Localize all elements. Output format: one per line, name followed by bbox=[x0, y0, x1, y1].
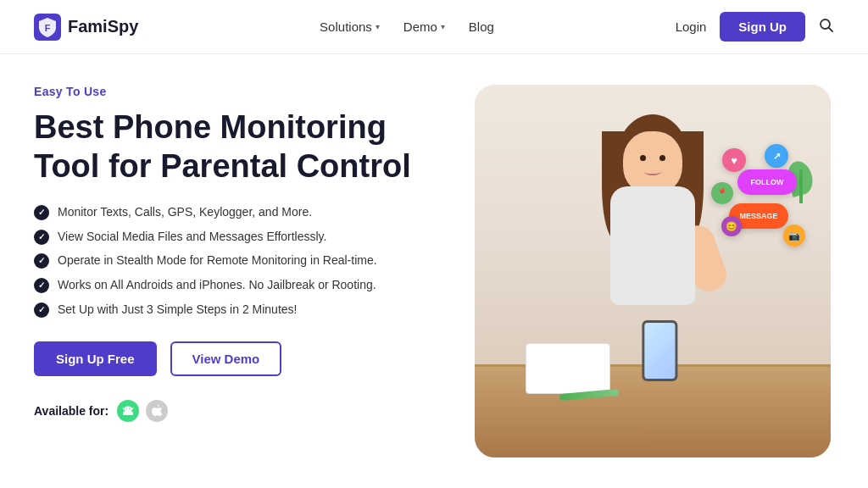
main-content: Easy To Use Best Phone Monitoring Tool f… bbox=[0, 54, 868, 474]
heart-bubble: ♥ bbox=[722, 148, 746, 172]
camera-bubble: 📷 bbox=[783, 225, 805, 247]
nav-solutions[interactable]: Solutions ▾ bbox=[320, 19, 380, 34]
hero-text: Easy To Use Best Phone Monitoring Tool f… bbox=[34, 85, 441, 422]
nav-demo[interactable]: Demo ▾ bbox=[403, 19, 445, 34]
list-item: Monitor Texts, Calls, GPS, Keylogger, an… bbox=[34, 204, 441, 221]
cta-buttons: Sign Up Free View Demo bbox=[34, 341, 441, 376]
hero-image-container: ♥ ↗ FOLLOW MESSAGE 📍 📷 😊 bbox=[475, 85, 831, 458]
hero-image: ♥ ↗ FOLLOW MESSAGE 📍 📷 😊 bbox=[475, 85, 831, 458]
features-list: Monitor Texts, Calls, GPS, Keylogger, an… bbox=[34, 204, 441, 318]
list-item: View Social Media Files and Messages Eff… bbox=[34, 229, 441, 246]
login-button[interactable]: Login bbox=[676, 19, 707, 34]
map-bubble: 📍 bbox=[711, 182, 733, 204]
search-icon[interactable] bbox=[819, 18, 834, 36]
svg-point-5 bbox=[126, 408, 127, 409]
checkmark-icon bbox=[34, 230, 49, 245]
list-item: Operate in Stealth Mode for Remote Monit… bbox=[34, 252, 441, 269]
logo-icon: F bbox=[34, 14, 61, 41]
svg-line-3 bbox=[829, 27, 833, 31]
share-bubble: ↗ bbox=[765, 144, 788, 168]
available-label: Available for: bbox=[34, 404, 108, 418]
nav-blog[interactable]: Blog bbox=[469, 19, 494, 34]
main-title: Best Phone Monitoring Tool for Parental … bbox=[34, 108, 441, 186]
apple-icon bbox=[146, 400, 168, 422]
chevron-down-icon: ▾ bbox=[441, 22, 445, 31]
girl-scene: ♥ ↗ FOLLOW MESSAGE 📍 📷 😊 bbox=[475, 85, 831, 458]
checkmark-icon bbox=[34, 302, 49, 318]
svg-point-6 bbox=[129, 408, 130, 409]
phone-device bbox=[642, 320, 677, 381]
android-icon bbox=[117, 400, 139, 422]
smiley-bubble: 😊 bbox=[721, 216, 742, 236]
logo[interactable]: F FamiSpy bbox=[34, 14, 138, 41]
checkmark-icon bbox=[34, 278, 49, 293]
signup-button[interactable]: Sign Up bbox=[720, 12, 805, 42]
checkmark-icon bbox=[34, 253, 49, 269]
nav-actions: Login Sign Up bbox=[676, 12, 834, 42]
platform-icons bbox=[117, 400, 168, 422]
list-item: Set Up with Just 3 Simple Steps in 2 Min… bbox=[34, 302, 441, 319]
signup-free-button[interactable]: Sign Up Free bbox=[34, 341, 157, 376]
header: F FamiSpy Solutions ▾ Demo ▾ Blog Login … bbox=[0, 0, 868, 54]
svg-point-4 bbox=[125, 407, 132, 412]
girl-body bbox=[610, 186, 695, 305]
main-nav: Solutions ▾ Demo ▾ Blog bbox=[320, 19, 494, 34]
easy-to-use-label: Easy To Use bbox=[34, 85, 441, 98]
notebook bbox=[526, 343, 610, 394]
view-demo-button[interactable]: View Demo bbox=[170, 341, 282, 376]
chevron-down-icon: ▾ bbox=[376, 22, 380, 31]
logo-text: FamiSpy bbox=[68, 17, 138, 36]
follow-bubble: FOLLOW bbox=[737, 169, 797, 195]
list-item: Works on All Androids and iPhones. No Ja… bbox=[34, 277, 441, 294]
checkmark-icon bbox=[34, 205, 49, 220]
available-for: Available for: bbox=[34, 400, 441, 422]
svg-text:F: F bbox=[45, 23, 51, 33]
